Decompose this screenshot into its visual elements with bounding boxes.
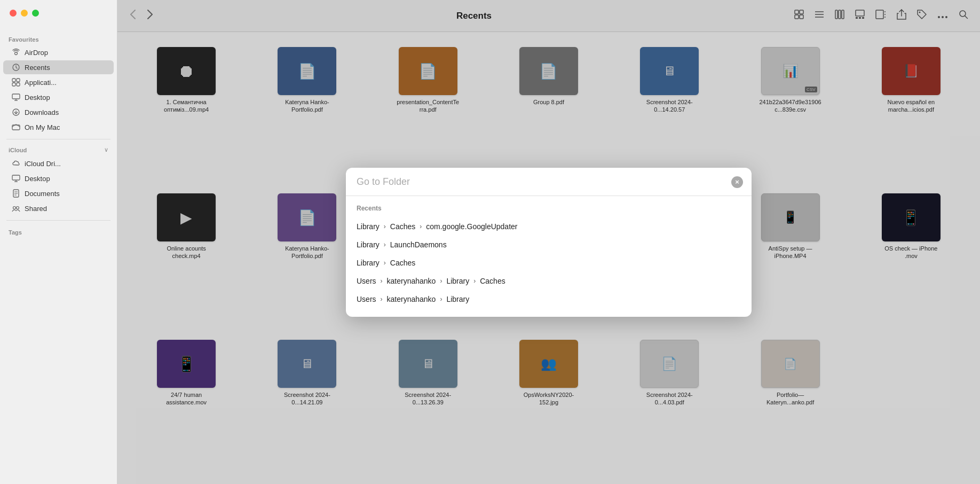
sidebar-item-recents[interactable]: Recents: [3, 60, 114, 74]
svg-rect-4: [12, 83, 15, 86]
sidebar-item-shared[interactable]: Shared: [3, 201, 114, 215]
folder-path-input[interactable]: [357, 176, 731, 188]
modal-overlay: × Recents Library › Caches › com.google.…: [117, 0, 980, 484]
recents-label: Recents: [25, 64, 50, 72]
recent-path-item[interactable]: Library › Caches: [346, 254, 752, 272]
svg-point-19: [13, 207, 16, 209]
path-segment: LaunchDaemons: [390, 240, 447, 249]
sidebar-item-documents[interactable]: Documents: [3, 186, 114, 200]
sidebar-divider: [6, 139, 110, 139]
path-arrow: ›: [384, 259, 386, 267]
svg-rect-6: [12, 94, 20, 99]
downloads-label: Downloads: [25, 108, 59, 116]
path-segment: Caches: [480, 277, 505, 285]
path-segment: Library: [357, 240, 380, 249]
downloads-icon: [12, 108, 20, 116]
modal-body: Recents Library › Caches › com.google.Go…: [346, 196, 752, 317]
airdrop-icon: [12, 48, 20, 57]
sidebar-item-airdrop[interactable]: AirDrop: [3, 45, 114, 59]
path-arrow: ›: [384, 241, 386, 248]
path-segment: Library: [357, 259, 380, 267]
path-segment: com.google.GoogleUpdater: [426, 222, 517, 231]
sidebar-divider-2: [6, 220, 110, 221]
path-arrow: ›: [384, 223, 386, 230]
path-segment: Caches: [390, 259, 415, 267]
icloud-drive-icon: [12, 159, 20, 168]
applications-label: Applicati...: [25, 79, 57, 87]
sidebar-item-icloud-desktop[interactable]: Desktop: [3, 171, 114, 185]
path-segment: Caches: [390, 222, 415, 231]
path-segment: Users: [357, 295, 376, 303]
shared-icon: [12, 204, 20, 213]
icloud-desktop-icon: [12, 174, 20, 183]
svg-rect-2: [12, 79, 15, 82]
svg-rect-5: [17, 83, 20, 86]
svg-rect-12: [12, 175, 20, 180]
maximize-button[interactable]: [32, 10, 39, 17]
recent-path-item[interactable]: Library › Caches › com.google.GoogleUpda…: [346, 217, 752, 236]
path-arrow: ›: [473, 277, 476, 285]
favourites-label: Favourites: [0, 32, 117, 45]
sidebar-item-desktop[interactable]: Desktop: [3, 90, 114, 104]
path-arrow: ›: [440, 295, 442, 303]
icloud-label: iCloud: [9, 147, 27, 153]
sidebar-item-applications[interactable]: Applicati...: [3, 75, 114, 89]
modal-input-area: ×: [346, 168, 752, 196]
tags-label: Tags: [0, 225, 117, 238]
recent-path-item[interactable]: Users › katerynahanko › Library: [346, 290, 752, 308]
icloud-drive-label: iCloud Dri...: [25, 160, 61, 168]
applications-icon: [12, 78, 20, 87]
icloud-desktop-label: Desktop: [25, 175, 50, 183]
path-arrow: ›: [381, 277, 383, 285]
shared-label: Shared: [25, 205, 47, 213]
icloud-section-header[interactable]: iCloud ∨: [0, 144, 117, 156]
documents-icon: [12, 189, 20, 198]
desktop-icon: [12, 93, 20, 102]
minimize-button[interactable]: [21, 10, 28, 17]
airdrop-label: AirDrop: [25, 49, 48, 57]
sidebar-item-onmymac[interactable]: On My Mac: [3, 120, 114, 134]
recents-icon: [12, 63, 20, 72]
sidebar-item-downloads[interactable]: Downloads: [3, 105, 114, 119]
go-to-folder-dialog: × Recents Library › Caches › com.google.…: [346, 168, 752, 317]
clear-input-button[interactable]: ×: [731, 176, 743, 188]
main-content: Recents: [117, 0, 980, 484]
onmymac-icon: [12, 123, 20, 131]
onmymac-label: On My Mac: [25, 123, 60, 131]
clear-icon: ×: [735, 178, 739, 186]
path-arrow: ›: [381, 295, 383, 303]
path-segment: Library: [446, 277, 469, 285]
sidebar: Favourites AirDrop Recents: [0, 0, 117, 484]
svg-rect-3: [17, 79, 20, 82]
documents-label: Documents: [25, 190, 60, 198]
window-controls: [10, 10, 39, 17]
path-arrow: ›: [420, 223, 422, 230]
sidebar-item-icloud-drive[interactable]: iCloud Dri...: [3, 157, 114, 170]
path-segment: Users: [357, 277, 376, 285]
recents-section-label: Recents: [346, 205, 752, 217]
path-segment: Library: [446, 295, 469, 303]
svg-point-20: [17, 207, 19, 209]
path-segment: katerynahanko: [387, 295, 436, 303]
close-button[interactable]: [10, 10, 17, 17]
path-segment: Library: [357, 222, 380, 231]
recent-path-item[interactable]: Users › katerynahanko › Library › Caches: [346, 272, 752, 290]
desktop-label: Desktop: [25, 93, 50, 102]
chevron-down-icon: ∨: [104, 146, 108, 153]
svg-point-0: [15, 52, 18, 55]
path-segment: katerynahanko: [387, 277, 436, 285]
recent-path-item[interactable]: Library › LaunchDaemons: [346, 236, 752, 254]
path-arrow: ›: [440, 277, 442, 285]
